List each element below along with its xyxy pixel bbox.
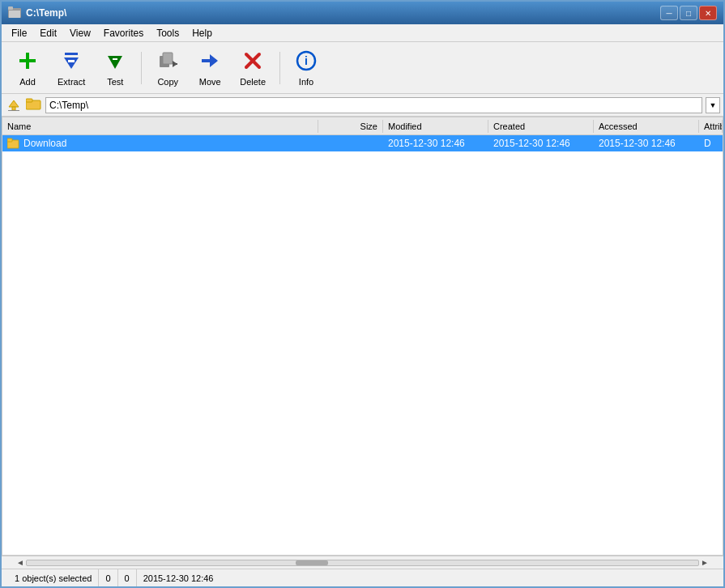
move-label: Move [199, 77, 221, 87]
address-dropdown-button[interactable]: ▼ [706, 97, 720, 113]
scrollbar-track[interactable] [26, 560, 699, 566]
address-bar: ▼ [2, 94, 723, 117]
move-icon [198, 49, 221, 75]
svg-text:i: i [305, 54, 308, 67]
svg-rect-5 [65, 53, 78, 55]
copy-label: Copy [157, 77, 178, 87]
toolbar: Add Extract Test [2, 42, 723, 94]
svg-rect-7 [68, 60, 75, 62]
extract-label: Extract [58, 77, 85, 87]
svg-rect-9 [113, 58, 117, 60]
menu-favorites[interactable]: Favorites [97, 26, 150, 40]
extract-icon [60, 49, 83, 75]
svg-rect-1 [9, 11, 20, 18]
title-bar-buttons: ─ □ ✕ [660, 6, 717, 20]
info-button[interactable]: i Info [287, 45, 326, 91]
info-icon: i [295, 49, 318, 75]
svg-rect-24 [26, 99, 32, 102]
address-folder-icon [26, 97, 42, 113]
file-list-container: Name Size Modified Created Accessed Attr… [2, 117, 723, 556]
col-header-name[interactable]: Name [2, 120, 318, 133]
col-header-size[interactable]: Size [318, 120, 383, 133]
svg-rect-13 [173, 63, 177, 65]
status-timestamp: 2015-12-30 12:46 [137, 569, 220, 586]
table-row[interactable]: Download 2015-12-30 12:46 2015-12-30 12:… [2, 135, 723, 151]
main-window: C:\Temp\ ─ □ ✕ File Edit View Favorites … [0, 0, 725, 588]
file-accessed-cell: 2015-12-30 12:46 [594, 138, 699, 149]
file-modified-cell: 2015-12-30 12:46 [383, 138, 488, 149]
address-input[interactable] [45, 97, 702, 113]
menu-view[interactable]: View [63, 26, 97, 40]
scrollbar-right-arrow[interactable]: ► [699, 558, 710, 567]
svg-marker-6 [64, 58, 79, 69]
svg-rect-4 [19, 59, 36, 62]
status-bar: 1 object(s) selected 0 0 2015-12-30 12:4… [2, 569, 723, 586]
scrollbar-thumb[interactable] [296, 560, 328, 565]
nav-up-button[interactable] [5, 96, 23, 114]
svg-rect-2 [8, 6, 13, 10]
svg-rect-11 [163, 53, 173, 64]
file-attr-cell: D [699, 138, 723, 149]
col-header-accessed[interactable]: Accessed [594, 120, 699, 133]
delete-icon [241, 49, 264, 75]
menu-edit[interactable]: Edit [33, 26, 63, 40]
move-button[interactable]: Move [190, 45, 229, 91]
menu-file[interactable]: File [5, 26, 33, 40]
toolbar-separator-2 [279, 52, 280, 84]
scrollbar-left-arrow[interactable]: ◄ [15, 558, 26, 567]
copy-icon [156, 49, 179, 75]
menu-bar: File Edit View Favorites Tools Help [2, 24, 723, 42]
menu-tools[interactable]: Tools [150, 26, 186, 40]
copy-button[interactable]: Copy [148, 45, 187, 91]
test-icon [104, 49, 126, 75]
file-list-header: Name Size Modified Created Accessed Attr… [2, 117, 723, 135]
add-icon [16, 49, 39, 75]
status-size2: 0 [118, 569, 137, 586]
title-bar-left: C:\Temp\ [8, 6, 66, 19]
col-header-created[interactable]: Created [488, 120, 594, 133]
delete-label: Delete [240, 77, 266, 87]
svg-marker-20 [9, 100, 19, 107]
test-button[interactable]: Test [96, 45, 134, 91]
test-label: Test [107, 77, 123, 87]
add-button[interactable]: Add [8, 45, 47, 91]
svg-rect-26 [7, 138, 12, 142]
file-name: Download [23, 138, 66, 149]
svg-rect-22 [8, 110, 19, 111]
svg-rect-21 [12, 107, 15, 110]
add-label: Add [19, 77, 36, 87]
horizontal-scrollbar[interactable]: ◄ ► [2, 556, 723, 569]
info-label: Info [299, 77, 313, 87]
file-name-cell: Download [2, 138, 318, 149]
extract-button[interactable]: Extract [50, 45, 92, 91]
toolbar-separator-1 [141, 52, 142, 84]
file-created-cell: 2015-12-30 12:46 [488, 138, 594, 149]
status-size1: 0 [99, 569, 117, 586]
app-icon [8, 6, 21, 19]
delete-button[interactable]: Delete [232, 45, 273, 91]
close-button[interactable]: ✕ [699, 6, 717, 20]
menu-help[interactable]: Help [186, 26, 219, 40]
svg-marker-8 [108, 56, 122, 69]
restore-button[interactable]: □ [680, 6, 697, 20]
col-header-attributes[interactable]: Attributes [699, 120, 723, 133]
status-selected: 1 object(s) selected [8, 569, 99, 586]
folder-icon [7, 138, 20, 149]
svg-rect-15 [202, 59, 216, 62]
minimize-button[interactable]: ─ [660, 6, 678, 20]
file-list-body[interactable]: Download 2015-12-30 12:46 2015-12-30 12:… [2, 135, 723, 555]
title-bar: C:\Temp\ ─ □ ✕ [2, 2, 723, 24]
col-header-modified[interactable]: Modified [383, 120, 488, 133]
window-title: C:\Temp\ [26, 7, 66, 19]
